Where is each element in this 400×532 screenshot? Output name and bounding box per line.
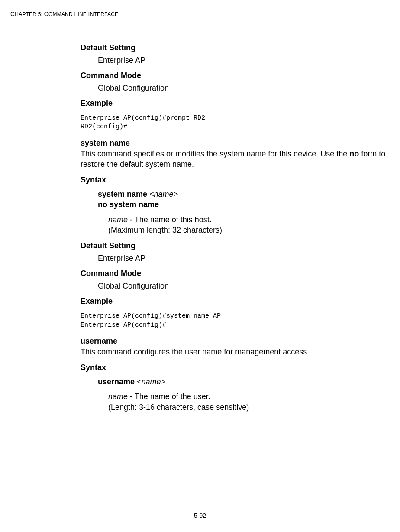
system-name-description: This command specifies or modifies the s… (81, 149, 390, 170)
command-mode-1-value: Global Configuration (81, 84, 390, 93)
system-name-syntax-l1-bold: system name (98, 190, 147, 198)
command-mode-1-title: Command Mode (81, 71, 390, 80)
username-param-block: name - The name of the user. (Length: 3-… (81, 391, 390, 412)
page-number: 5-92 (0, 512, 400, 519)
system-name-syntax-block: system name <name> no system name (81, 189, 390, 210)
command-mode-2-title: Command Mode (81, 269, 390, 278)
username-param-note: (Length: 3-16 characters, case sensitive… (108, 402, 390, 412)
username-param-line-1: name - The name of the user. (108, 391, 390, 402)
username-param-name: name (108, 392, 128, 401)
command-mode-2-value: Global Configuration (81, 282, 390, 291)
username-syntax-l1-bold: username (98, 377, 135, 386)
system-name-param-name: name (108, 215, 128, 224)
example-2-title: Example (81, 297, 390, 306)
default-setting-2-value: Enterprise AP (81, 254, 390, 263)
default-setting-2-title: Default Setting (81, 241, 390, 250)
system-name-param-rest: - The name of this host. (128, 215, 212, 224)
default-setting-1-value: Enterprise AP (81, 56, 390, 65)
example-1-code: Enterprise AP(config)#prompt RD2 RD2(con… (81, 114, 390, 132)
system-name-syntax-l2-bold: no system name (98, 200, 159, 209)
username-syntax-title: Syntax (81, 363, 390, 372)
username-syntax-line-1: username <name> (98, 376, 390, 387)
page-content: Default Setting Enterprise AP Command Mo… (0, 17, 400, 412)
system-name-param-line-1: name - The name of this host. (108, 214, 390, 225)
system-name-param-note: (Maximum length: 32 characters) (108, 225, 390, 235)
username-syntax-block: username <name> (81, 376, 390, 387)
system-name-desc-pre: This command specifies or modifies the s… (81, 149, 349, 158)
username-syntax-l1-arg: <name> (135, 377, 165, 386)
running-header: CHAPTER 5: COMMAND LINE INTERFACE (0, 10, 400, 17)
username-description: This command configures the user name fo… (81, 347, 390, 357)
username-title: username (81, 337, 390, 346)
system-name-param-block: name - The name of this host. (Maximum l… (81, 214, 390, 236)
example-1-title: Example (81, 99, 390, 108)
system-name-desc-bold: no (349, 149, 359, 158)
system-name-syntax-line-1: system name <name> (98, 189, 390, 199)
example-2-code: Enterprise AP(config)#system name AP Ent… (81, 312, 390, 330)
system-name-syntax-title: Syntax (81, 175, 390, 185)
system-name-title: system name (81, 139, 390, 148)
default-setting-1-title: Default Setting (81, 43, 390, 52)
username-param-rest: - The name of the user. (128, 392, 210, 401)
system-name-syntax-line-2: no system name (98, 199, 390, 210)
system-name-syntax-l1-arg: <name> (147, 190, 178, 198)
